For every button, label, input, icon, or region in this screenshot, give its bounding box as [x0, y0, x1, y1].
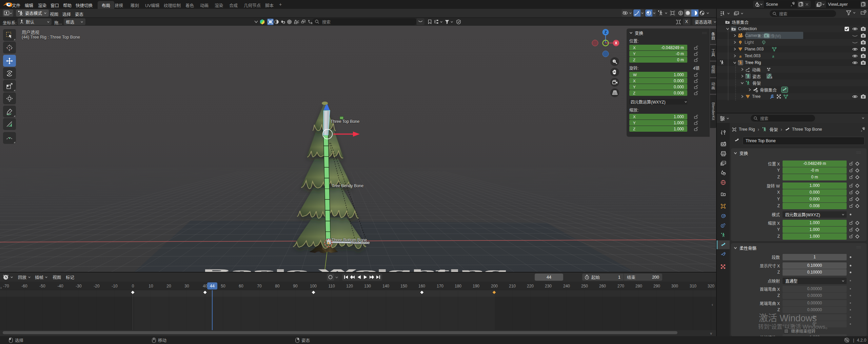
svg-text:X: X	[615, 41, 617, 45]
svg-text:Z: Z	[605, 30, 607, 34]
svg-text:a: a	[739, 53, 742, 59]
svg-text:a: a	[772, 53, 774, 59]
